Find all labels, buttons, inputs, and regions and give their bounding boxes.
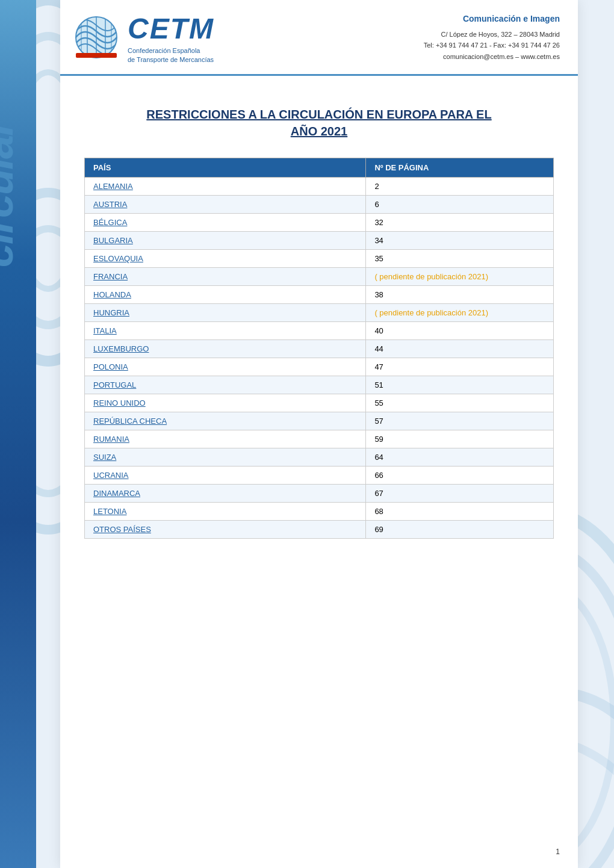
country-cell: BULGARIA — [85, 231, 366, 249]
country-link[interactable]: PORTUGAL — [93, 380, 136, 389]
table-row: POLONIA47 — [85, 358, 554, 376]
country-link[interactable]: SUIZA — [93, 453, 116, 462]
country-link[interactable]: OTROS PAÍSES — [93, 525, 151, 534]
page-cell: 59 — [366, 430, 554, 448]
table-row: REINO UNIDO55 — [85, 394, 554, 412]
country-link[interactable]: ITALIA — [93, 326, 117, 335]
table-header-row: PAÍS Nº DE PÁGINA — [85, 158, 554, 177]
page-cell: 32 — [366, 213, 554, 231]
logo-area: CETM Confederación Española de Transport… — [72, 12, 214, 65]
country-link[interactable]: RUMANIA — [93, 435, 129, 444]
country-link[interactable]: HUNGRIA — [93, 308, 129, 317]
country-link[interactable]: DINAMARCA — [93, 489, 140, 498]
country-link[interactable]: LUXEMBURGO — [93, 344, 149, 353]
circular-side-text: circular — [0, 120, 22, 267]
country-cell: LUXEMBURGO — [85, 339, 366, 358]
contact-title: Comunicación e Imagen — [424, 12, 560, 26]
svg-rect-18 — [76, 53, 117, 58]
country-link[interactable]: POLONIA — [93, 362, 128, 371]
country-cell: PORTUGAL — [85, 376, 366, 394]
cetm-logo-text: CETM — [128, 12, 214, 45]
page-cell: 51 — [366, 376, 554, 394]
page-cell: 68 — [366, 502, 554, 520]
table-row: HOLANDA38 — [85, 285, 554, 303]
contact-tel: Tel: +34 91 744 47 21 - Fax: +34 91 744 … — [424, 40, 560, 51]
cetm-acronym: CETM — [128, 12, 214, 45]
page-cell: 34 — [366, 231, 554, 249]
page-cell: ( pendiente de publicación 2021) — [366, 267, 554, 285]
country-cell: UCRANIA — [85, 466, 366, 484]
country-link[interactable]: ALEMANIA — [93, 182, 133, 191]
country-link[interactable]: BÉLGICA — [93, 218, 127, 227]
country-cell: SUIZA — [85, 448, 366, 466]
page-cell: 40 — [366, 321, 554, 339]
country-link[interactable]: ESLOVAQUIA — [93, 254, 143, 263]
page-cell: 66 — [366, 466, 554, 484]
country-link[interactable]: UCRANIA — [93, 471, 129, 480]
table-row: REPÚBLICA CHECA57 — [85, 412, 554, 430]
page-cell: 64 — [366, 448, 554, 466]
country-cell: DINAMARCA — [85, 484, 366, 502]
country-cell: HOLANDA — [85, 285, 366, 303]
page-cell: 55 — [366, 394, 554, 412]
table-row: ESLOVAQUIA35 — [85, 249, 554, 267]
country-cell: BÉLGICA — [85, 213, 366, 231]
page-cell: 2 — [366, 177, 554, 195]
country-link[interactable]: BULGARIA — [93, 236, 133, 245]
page-cell: 69 — [366, 520, 554, 538]
contact-address: C/ López de Hoyos, 322 – 28043 Madrid — [424, 29, 560, 40]
page-cell: 47 — [366, 358, 554, 376]
table-row: SUIZA64 — [85, 448, 554, 466]
page-container: CETM Confederación Española de Transport… — [60, 0, 578, 868]
country-cell: LETONIA — [85, 502, 366, 520]
table-row: LETONIA68 — [85, 502, 554, 520]
country-cell: POLONIA — [85, 358, 366, 376]
table-row: BÉLGICA32 — [85, 213, 554, 231]
country-link[interactable]: FRANCIA — [93, 272, 128, 281]
page-number: 1 — [556, 848, 560, 856]
table-row: ITALIA40 — [85, 321, 554, 339]
toc-table: PAÍS Nº DE PÁGINA ALEMANIA2AUSTRIA6BÉLGI… — [84, 158, 554, 539]
cetm-globe-logo — [72, 14, 120, 63]
country-cell: AUSTRIA — [85, 195, 366, 213]
cetm-subtitle: Confederación Española de Transporte de … — [128, 46, 214, 65]
table-row: RUMANIA59 — [85, 430, 554, 448]
country-link[interactable]: REINO UNIDO — [93, 398, 146, 408]
country-link[interactable]: LETONIA — [93, 507, 126, 516]
country-cell: ITALIA — [85, 321, 366, 339]
country-cell: ESLOVAQUIA — [85, 249, 366, 267]
table-row: ALEMANIA2 — [85, 177, 554, 195]
table-row: BULGARIA34 — [85, 231, 554, 249]
table-row: AUSTRIA6 — [85, 195, 554, 213]
page-cell: 6 — [366, 195, 554, 213]
country-cell: RUMANIA — [85, 430, 366, 448]
page-header: CETM Confederación Española de Transport… — [60, 0, 578, 76]
table-row: FRANCIA( pendiente de publicación 2021) — [85, 267, 554, 285]
contact-web: comunicacion@cetm.es – www.cetm.es — [424, 51, 560, 63]
country-cell: REPÚBLICA CHECA — [85, 412, 366, 430]
country-link[interactable]: AUSTRIA — [93, 200, 127, 209]
page-cell: 57 — [366, 412, 554, 430]
page-cell: 67 — [366, 484, 554, 502]
main-content: RESTRICCIONES A LA CIRCULACIÓN EN EUROPA… — [60, 76, 578, 563]
table-row: PORTUGAL51 — [85, 376, 554, 394]
country-cell: HUNGRIA — [85, 303, 366, 321]
country-link[interactable]: REPÚBLICA CHECA — [93, 417, 167, 426]
page-cell: 38 — [366, 285, 554, 303]
country-link[interactable]: HOLANDA — [93, 290, 131, 299]
contact-info: Comunicación e Imagen C/ López de Hoyos,… — [424, 12, 560, 63]
pending-text: ( pendiente de publicación 2021) — [374, 272, 488, 281]
page-title: RESTRICCIONES A LA CIRCULACIÓN EN EUROPA… — [84, 106, 554, 140]
country-cell: FRANCIA — [85, 267, 366, 285]
country-cell: ALEMANIA — [85, 177, 366, 195]
table-row: HUNGRIA( pendiente de publicación 2021) — [85, 303, 554, 321]
country-cell: OTROS PAÍSES — [85, 520, 366, 538]
col-page-header: Nº DE PÁGINA — [366, 158, 554, 177]
page-cell: ( pendiente de publicación 2021) — [366, 303, 554, 321]
table-row: OTROS PAÍSES69 — [85, 520, 554, 538]
pending-text: ( pendiente de publicación 2021) — [374, 308, 488, 317]
page-title-heading: RESTRICCIONES A LA CIRCULACIÓN EN EUROPA… — [84, 106, 554, 140]
table-row: DINAMARCA67 — [85, 484, 554, 502]
table-row: LUXEMBURGO44 — [85, 339, 554, 358]
page-cell: 44 — [366, 339, 554, 358]
